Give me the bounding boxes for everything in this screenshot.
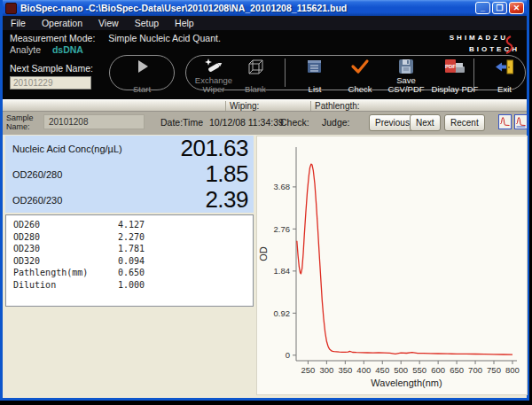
result-row: OD260/280 1.85	[5, 161, 254, 187]
table-cell-value: 0.094	[118, 255, 145, 268]
table-cell-value: 1.000	[118, 279, 145, 292]
datetime-label: Date:Time	[160, 117, 203, 128]
svg-text:0: 0	[286, 350, 290, 360]
app-icon	[5, 3, 17, 14]
check-status-label: Check:	[280, 117, 309, 128]
svg-text:450: 450	[375, 365, 389, 375]
check-label: Check	[334, 76, 386, 94]
display-pdf-label: Display PDF	[429, 76, 481, 94]
minimize-button[interactable]: _	[475, 2, 490, 14]
save-icon	[398, 58, 414, 74]
table-cell-name: OD260	[13, 219, 118, 231]
table-cell-value: 4.127	[118, 219, 145, 231]
svg-text:600: 600	[431, 365, 445, 375]
menu-file[interactable]: File	[3, 17, 34, 29]
menu-setup[interactable]: Setup	[127, 17, 167, 29]
dna-squiggle-icon	[503, 35, 513, 55]
svg-text:0.92: 0.92	[274, 308, 291, 318]
chart-panel: 00.921.842.763.6825030035040045050055060…	[256, 136, 528, 395]
cube-icon	[246, 58, 265, 75]
nucleic-acid-conc-label: Nucleic Acid Conc(ng/µL)	[12, 144, 180, 154]
svg-text:2.76: 2.76	[274, 224, 291, 234]
status-bar: Wiping: Pathlength:	[3, 99, 527, 111]
check-icon	[350, 58, 370, 74]
menu-bar: File Operation View Setup Help	[3, 16, 527, 30]
list-label: List	[289, 76, 340, 94]
window-title: BioSpec-nano -C:\BioSpec-Data\User\20101…	[20, 3, 472, 13]
analyte-label: Analyte	[10, 44, 41, 55]
svg-text:250: 250	[301, 365, 315, 375]
recent-button[interactable]: Recent	[444, 114, 485, 131]
judge-status-label: Judge:	[322, 117, 350, 128]
next-sample-name-label: Next Sample Name:	[10, 63, 93, 74]
start-label: Start	[116, 76, 168, 94]
menu-help[interactable]: Help	[167, 17, 202, 29]
spectrum-zoom-mini-icon	[516, 116, 526, 128]
od260-280-value: 1.85	[205, 160, 248, 188]
previous-button[interactable]: Previous	[369, 114, 416, 131]
next-button[interactable]: Next	[410, 114, 441, 131]
svg-text:650: 650	[450, 365, 464, 375]
blank-label: Blank	[230, 76, 281, 94]
status-separator	[310, 101, 311, 111]
spectrum-chart: 00.921.842.763.6825030035040045050055060…	[257, 136, 527, 394]
spectrum-mini-icon	[500, 116, 510, 128]
wiper-icon	[202, 58, 225, 75]
header-toolbar-panel: Measurement Mode: Simple Nucleic Acid Qu…	[3, 30, 527, 99]
svg-text:750: 750	[487, 365, 501, 375]
sample-bar: Sample Name: Date:Time 10/12/08 11:34:39…	[3, 111, 527, 135]
window-controls: _ ❐ ✕	[475, 2, 524, 14]
table-row: Pathlength(mm) 0.650	[6, 267, 253, 279]
svg-text:700: 700	[468, 365, 482, 375]
table-cell-name: Dilution	[13, 279, 118, 292]
od260-230-label: OD260/230	[12, 195, 205, 206]
spectrum-view-button[interactable]	[498, 114, 512, 129]
svg-text:800: 800	[505, 365, 520, 375]
measurement-mode-row: Measurement Mode: Simple Nucleic Acid Qu…	[10, 33, 221, 43]
svg-text:Wavelength(nm): Wavelength(nm)	[371, 378, 442, 388]
table-row: OD230 1.781	[6, 243, 253, 255]
next-sample-name-input[interactable]	[10, 76, 91, 90]
analyte-row: Analyte dsDNA	[10, 44, 83, 55]
status-separator	[225, 101, 226, 111]
svg-text:OD: OD	[258, 246, 269, 261]
nucleic-acid-conc-value: 201.63	[180, 135, 248, 162]
table-cell-value: 0.650	[118, 267, 145, 279]
maximize-button[interactable]: ❐	[492, 2, 507, 14]
table-cell-name: Pathlength(mm)	[13, 267, 118, 279]
measurement-mode-label: Measurement Mode:	[10, 33, 95, 43]
toolbar-separator	[285, 58, 286, 87]
close-button[interactable]: ✕	[509, 2, 524, 14]
exit-icon	[495, 58, 514, 75]
table-row: OD320 0.094	[6, 255, 253, 268]
list-icon	[306, 58, 324, 74]
svg-text:1.84: 1.84	[274, 266, 291, 276]
desktop: { "window": { "title": "BioSpec-nano -C:…	[0, 0, 532, 405]
svg-text:300: 300	[319, 365, 333, 375]
svg-text:PDF: PDF	[445, 64, 456, 69]
svg-text:3.68: 3.68	[274, 182, 291, 191]
od260-280-label: OD260/280	[12, 169, 205, 180]
play-icon	[133, 59, 151, 74]
app-window: BioSpec-nano -C:\BioSpec-Data\User\20101…	[0, 0, 529, 401]
table-cell-name: OD320	[13, 255, 118, 268]
exit-label: Exit	[479, 76, 530, 94]
svg-text:550: 550	[412, 365, 426, 375]
result-row: OD260/230 2.39	[5, 187, 254, 213]
menu-operation[interactable]: Operation	[34, 17, 90, 29]
table-cell-value: 1.781	[118, 243, 145, 255]
table-cell-name: OD230	[13, 243, 118, 255]
title-bar: BioSpec-nano -C:\BioSpec-Data\User\20101…	[3, 0, 527, 16]
measurement-mode-value: Simple Nucleic Acid Quant.	[108, 33, 221, 43]
sample-name-input[interactable]	[43, 114, 145, 129]
spectrum-zoom-view-button[interactable]	[514, 114, 528, 129]
table-row: Dilution 1.000	[6, 279, 253, 292]
pdf-icon: PDF	[444, 58, 466, 75]
main-area: Nucleic Acid Conc(ng/µL) 201.63 OD260/28…	[3, 135, 527, 398]
menu-view[interactable]: View	[90, 17, 127, 29]
svg-text:500: 500	[394, 365, 408, 375]
save-csv-pdf-label: Save CSV/PDF	[380, 76, 432, 94]
results-panel: Nucleic Acid Conc(ng/µL) 201.63 OD260/28…	[5, 136, 254, 213]
table-row: OD280 2.270	[6, 231, 253, 244]
svg-text:350: 350	[338, 365, 352, 375]
